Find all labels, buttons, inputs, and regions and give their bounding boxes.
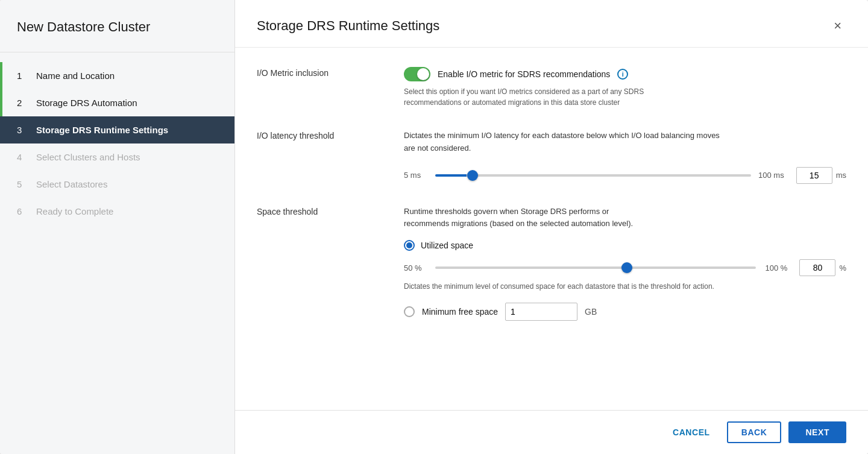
min-free-space-input[interactable] [505,303,577,321]
utilized-space-radio[interactable] [404,240,415,251]
step-number-1: 1 [17,71,28,81]
step-number-2: 2 [17,98,28,108]
step-number-4: 4 [17,152,28,162]
io-metric-toggle-label: Enable I/O metric for SDRS recommendatio… [438,69,610,79]
footer-spacer [257,342,846,362]
step-label-4: Select Clusters and Hosts [36,152,140,162]
utilized-space-label: Utilized space [421,241,473,250]
sidebar-item-runtime-settings[interactable]: 3 Storage DRS Runtime Settings [0,116,234,143]
io-latency-control: Dictates the minimum I/O latency for eac… [404,130,846,184]
space-threshold-label: Space threshold [257,206,389,216]
utilized-min: 50 % [404,263,428,273]
sidebar-steps: 1 Name and Location 2 Storage DRS Automa… [0,52,234,454]
main-title: Storage DRS Runtime Settings [257,18,439,34]
space-threshold-description: Runtime thresholds govern when Storage D… [404,206,729,231]
io-metric-label: I/O Metric inclusion [257,67,389,78]
utilized-space-slider[interactable] [435,266,756,269]
utilized-space-note: Dictates the minimum level of consumed s… [404,281,729,292]
close-button[interactable]: × [829,17,846,35]
io-latency-min: 5 ms [404,171,428,180]
io-metric-row: I/O Metric inclusion Enable I/O metric f… [257,67,846,108]
utilized-unit: % [839,263,846,273]
sidebar: New Datastore Cluster 1 Name and Locatio… [0,0,235,454]
main-header: Storage DRS Runtime Settings × [235,0,868,48]
step-label-5: Select Datastores [36,179,107,189]
utilized-space-radio-row: Utilized space [404,240,846,251]
io-metric-description: Select this option if you want I/O metri… [404,86,693,108]
io-metric-toggle-row: Enable I/O metric for SDRS recommendatio… [404,67,846,81]
next-button[interactable]: NEXT [788,421,846,443]
min-free-space-row: Minimum free space GB [404,303,846,321]
io-latency-row: I/O latency threshold Dictates the minim… [257,130,846,184]
io-latency-slider-row: 5 ms 100 ms ms [404,167,846,184]
io-latency-desc-text: Dictates the minimum I/O latency for eac… [404,131,720,153]
step-indicator-2 [0,89,2,116]
utilized-value-box: % [799,259,846,276]
io-metric-control: Enable I/O metric for SDRS recommendatio… [404,67,846,108]
sidebar-item-storage-drs-automation[interactable]: 2 Storage DRS Automation [0,89,234,116]
min-free-space-label: Minimum free space [422,307,498,317]
utilized-max: 100 % [763,263,787,273]
utilized-space-slider-row: 50 % 100 % % [404,259,846,276]
step-label-3: Storage DRS Runtime Settings [36,125,168,135]
toggle-slider [404,67,430,81]
space-desc-line2: recommends migrations (based on the sele… [404,219,633,228]
sidebar-item-name-and-location[interactable]: 1 Name and Location [0,62,234,89]
step-number-3: 3 [17,125,28,135]
utilized-space-value-input[interactable] [799,259,835,276]
io-metric-toggle[interactable] [404,67,430,81]
io-latency-value-input[interactable] [796,167,832,184]
sidebar-item-clusters-hosts: 4 Select Clusters and Hosts [0,143,234,171]
io-latency-description: Dictates the minimum I/O latency for eac… [404,130,729,155]
step-number-6: 6 [17,206,28,216]
io-latency-value-box: ms [796,167,846,184]
space-threshold-row: Space threshold Runtime thresholds gover… [257,206,846,321]
cancel-button[interactable]: CANCEL [663,423,720,442]
sidebar-item-ready-to-complete: 6 Ready to Complete [0,198,234,225]
io-latency-label: I/O latency threshold [257,130,389,140]
modal-dialog: New Datastore Cluster 1 Name and Locatio… [0,0,868,454]
main-content: Storage DRS Runtime Settings × I/O Metri… [235,0,868,454]
step-label-1: Name and Location [36,71,115,81]
utilized-slider-wrapper [435,262,756,274]
main-footer: CANCEL BACK NEXT [235,410,868,454]
io-latency-unit: ms [836,171,846,180]
min-free-space-unit: GB [585,307,597,317]
step-label-6: Ready to Complete [36,206,113,216]
step-indicator-1 [0,62,2,89]
sidebar-item-datastores: 5 Select Datastores [0,171,234,198]
space-desc-line1: Runtime thresholds govern when Storage D… [404,207,609,216]
io-latency-max: 100 ms [758,171,784,180]
main-body: I/O Metric inclusion Enable I/O metric f… [235,48,868,410]
info-icon[interactable]: i [617,69,628,80]
sidebar-title: New Datastore Cluster [0,0,234,52]
space-threshold-control: Runtime thresholds govern when Storage D… [404,206,846,321]
io-latency-slider-wrapper [435,169,751,181]
back-button[interactable]: BACK [727,421,782,443]
step-number-5: 5 [17,179,28,189]
io-latency-slider[interactable] [435,174,751,177]
step-label-2: Storage DRS Automation [36,98,137,108]
min-free-space-radio[interactable] [404,306,415,317]
